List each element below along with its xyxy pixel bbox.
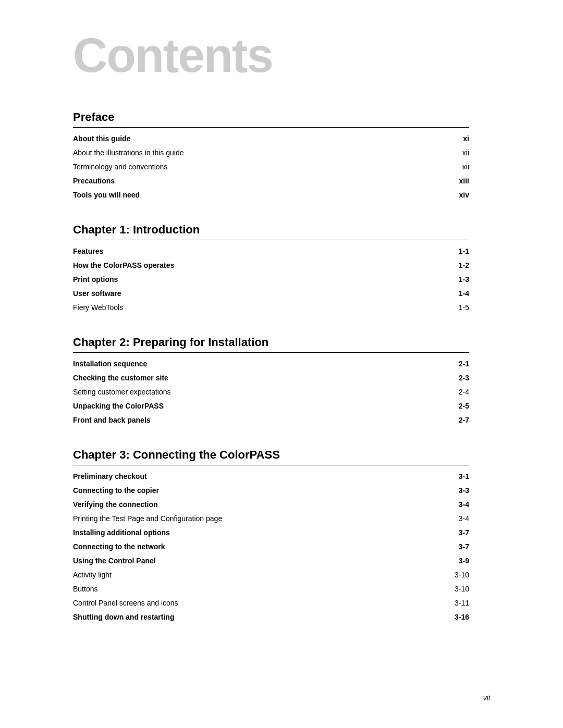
entry-page: 3-3 [438,484,469,498]
table-row: Verifying the connection3-4 [73,498,469,512]
entry-title: Preliminary checkout [73,470,438,484]
table-row: Installing additional options3-7 [73,526,469,540]
toc-table-preface: About this guidexiAbout the illustration… [73,132,469,202]
entry-title: Fiery WebTools [73,301,438,315]
table-row: Front and back panels2-7 [73,413,469,427]
table-row: Terminology and conventionsxii [73,160,469,174]
toc-section-chapter2: Chapter 2: Preparing for InstallationIns… [73,336,469,427]
table-row: About this guidexi [73,132,469,146]
table-row: Setting customer expectations2-4 [73,385,469,399]
entry-title: Precautions [73,174,438,188]
section-title-chapter3: Chapter 3: Connecting the ColorPASS [73,448,469,465]
table-row: Using the Control Panel3-9 [73,554,469,568]
entry-title: Using the Control Panel [73,554,438,568]
table-row: Precautionsxiii [73,174,469,188]
table-row: Installation sequence2-1 [73,357,469,371]
entry-title: Features [73,244,438,258]
entry-page: 2-5 [438,399,469,413]
entry-page: 3-11 [438,596,469,610]
table-row: Shutting down and restarting3-16 [73,610,469,624]
entry-title: User software [73,287,438,301]
table-row: Connecting to the network3-7 [73,540,469,554]
entry-page: xiii [438,174,469,188]
entry-title: Installation sequence [73,357,438,371]
entry-title: Shutting down and restarting [73,610,438,624]
toc-table-chapter1: Features1-1How the ColorPASS operates1-2… [73,244,469,315]
entry-page: 3-10 [438,568,469,582]
page-number: vii [483,694,490,702]
table-row: Preliminary checkout3-1 [73,470,469,484]
table-row: Activity light3-10 [73,568,469,582]
table-row: Checking the customer site2-3 [73,371,469,385]
entry-page: 3-4 [438,512,469,526]
toc-section-chapter3: Chapter 3: Connecting the ColorPASSPreli… [73,448,469,624]
table-row: Control Panel screens and icons3-11 [73,596,469,610]
entry-page: 3-9 [438,554,469,568]
table-row: How the ColorPASS operates1-2 [73,258,469,273]
entry-page: 2-7 [438,413,469,427]
entry-page: xi [438,132,469,146]
entry-page: 1-1 [438,244,469,258]
table-row: Tools you will needxiv [73,188,469,202]
toc-table-chapter3: Preliminary checkout3-1Connecting to the… [73,470,469,624]
entry-page: xiv [438,188,469,202]
table-row: Unpacking the ColorPASS2-5 [73,399,469,413]
toc-section-chapter1: Chapter 1: IntroductionFeatures1-1How th… [73,223,469,315]
entry-page: 1-3 [438,273,469,287]
table-row: Connecting to the copier3-3 [73,484,469,498]
entry-page: xii [438,160,469,174]
section-title-chapter1: Chapter 1: Introduction [73,223,469,240]
entry-title: Setting customer expectations [73,385,438,399]
table-row: Features1-1 [73,244,469,258]
entry-title: Checking the customer site [73,371,438,385]
table-row: About the illustrations in this guidexii [73,146,469,160]
entry-title: Buttons [73,582,438,596]
entry-title: How the ColorPASS operates [73,258,438,273]
entry-page: 3-7 [438,526,469,540]
entry-title: Print options [73,273,438,287]
entry-page: 2-4 [438,385,469,399]
entry-page: 2-3 [438,371,469,385]
toc-section-preface: PrefaceAbout this guidexiAbout the illus… [73,110,469,202]
entry-title: Terminology and conventions [73,160,438,174]
entry-title: About this guide [73,132,438,146]
table-row: Buttons3-10 [73,582,469,596]
entry-page: 1-5 [438,301,469,315]
entry-title: About the illustrations in this guide [73,146,438,160]
entry-title: Activity light [73,568,438,582]
entry-page: 3-1 [438,470,469,484]
table-row: User software1-4 [73,287,469,301]
entry-page: 1-2 [438,258,469,273]
entry-page: 3-7 [438,540,469,554]
entry-page: 3-4 [438,498,469,512]
entry-title: Installing additional options [73,526,438,540]
entry-title: Control Panel screens and icons [73,596,438,610]
toc-table-chapter2: Installation sequence2-1Checking the cus… [73,357,469,427]
entry-title: Connecting to the network [73,540,438,554]
page-title: Contents [73,31,469,79]
entry-title: Front and back panels [73,413,438,427]
entry-title: Unpacking the ColorPASS [73,399,438,413]
entry-page: 2-1 [438,357,469,371]
entry-title: Tools you will need [73,188,438,202]
table-row: Printing the Test Page and Configuration… [73,512,469,526]
entry-page: 3-16 [438,610,469,624]
entry-page: 1-4 [438,287,469,301]
entry-title: Printing the Test Page and Configuration… [73,512,438,526]
entry-page: xii [438,146,469,160]
entry-page: 3-10 [438,582,469,596]
table-row: Print options1-3 [73,273,469,287]
section-title-chapter2: Chapter 2: Preparing for Installation [73,336,469,353]
page: Contents PrefaceAbout this guidexiAbout … [0,0,563,728]
table-row: Fiery WebTools1-5 [73,301,469,315]
entry-title: Connecting to the copier [73,484,438,498]
entry-title: Verifying the connection [73,498,438,512]
section-title-preface: Preface [73,110,469,128]
